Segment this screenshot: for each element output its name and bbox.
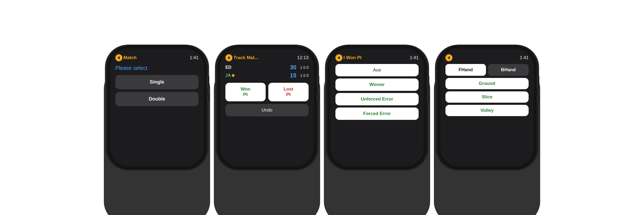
chevron-left-icon bbox=[338, 56, 340, 59]
action-buttons: WonPt LostPt bbox=[225, 83, 309, 101]
ace-button[interactable]: Ace bbox=[335, 64, 419, 76]
watch-3: I Won Pt 1:41 Ace Winner Unforced Error … bbox=[327, 46, 427, 169]
back-circle-icon bbox=[335, 54, 342, 61]
single-button[interactable]: Single bbox=[115, 75, 199, 89]
watch1-time: 1:41 bbox=[190, 55, 199, 60]
watch3-back-button[interactable]: I Won Pt bbox=[335, 54, 362, 61]
double-button[interactable]: Double bbox=[115, 92, 199, 106]
watch4-time: 1:41 bbox=[520, 55, 529, 60]
player-ed-name: ED bbox=[225, 65, 231, 70]
watch2-topbar: Track Mat... 12:13 bbox=[225, 54, 309, 61]
volley-button[interactable]: Volley bbox=[445, 105, 529, 116]
watch4-back-button[interactable] bbox=[445, 54, 452, 61]
slice-button[interactable]: Slice bbox=[445, 91, 529, 103]
watch3-nav-title: I Won Pt bbox=[343, 55, 362, 60]
watch1-nav-title: Match bbox=[123, 55, 137, 60]
unforced-error-button[interactable]: Unforced Error bbox=[335, 93, 419, 105]
lost-pt-button[interactable]: LostPt bbox=[268, 83, 309, 101]
watch1-back-button[interactable]: Match bbox=[115, 54, 137, 61]
chevron-left-icon bbox=[118, 56, 120, 59]
winner-button[interactable]: Winner bbox=[335, 78, 419, 91]
watch2-time: 12:13 bbox=[297, 55, 309, 60]
player-ed-score: 30 bbox=[287, 64, 297, 71]
watch2-back-button[interactable]: Track Mat... bbox=[225, 54, 258, 61]
fhand-toggle[interactable]: FHand bbox=[445, 64, 486, 76]
player-ed-row: ED 30 1 0 0 bbox=[225, 64, 309, 71]
player-ed-sets: 1 0 0 bbox=[300, 65, 309, 70]
bhand-toggle[interactable]: BHand bbox=[488, 64, 529, 76]
won-pt-button[interactable]: WonPt bbox=[225, 83, 266, 101]
serve-dot-icon bbox=[232, 74, 235, 77]
watch3-time: 1:41 bbox=[410, 55, 419, 60]
player-ja-sets: 1 0 0 bbox=[300, 73, 309, 78]
forced-error-button[interactable]: Forced Error bbox=[335, 108, 419, 120]
player-ja-name: JA bbox=[225, 73, 231, 78]
won-pt-label: WonPt bbox=[228, 87, 264, 98]
watch-4: 1:41 FHand BHand Ground Slice Volley bbox=[437, 46, 537, 169]
back-circle-icon bbox=[225, 54, 232, 61]
watch-1: Match 1:41 Please select Single Double bbox=[107, 46, 207, 169]
undo-button[interactable]: Undo bbox=[225, 104, 309, 116]
watch3-topbar: I Won Pt 1:41 bbox=[335, 54, 419, 61]
chevron-left-icon bbox=[448, 56, 450, 59]
player-ja-row: JA 15 1 0 0 bbox=[225, 72, 309, 79]
watch2-nav-title: Track Mat... bbox=[233, 55, 258, 60]
ground-button[interactable]: Ground bbox=[445, 78, 529, 89]
back-circle-icon bbox=[445, 54, 452, 61]
player-ja-score: 15 bbox=[287, 72, 297, 79]
chevron-left-icon bbox=[228, 56, 230, 59]
back-circle-icon bbox=[115, 54, 122, 61]
watch1-topbar: Match 1:41 bbox=[115, 54, 199, 61]
watch-2: Track Mat... 12:13 ED 30 1 0 0 JA 15 bbox=[217, 46, 317, 169]
hand-toggle-row: FHand BHand bbox=[445, 64, 529, 76]
please-select-label: Please select bbox=[115, 65, 199, 71]
watch4-topbar: 1:41 bbox=[445, 54, 529, 61]
lost-pt-label: LostPt bbox=[270, 87, 306, 98]
